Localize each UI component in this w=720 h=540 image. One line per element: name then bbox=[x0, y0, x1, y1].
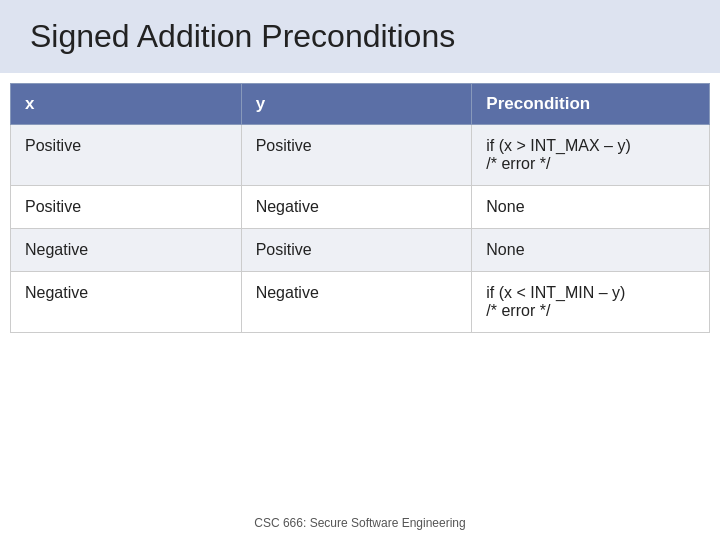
table-cell: None bbox=[472, 229, 710, 272]
col-header-x: x bbox=[11, 84, 242, 125]
table-row: NegativePositiveNone bbox=[11, 229, 710, 272]
title-area: Signed Addition Preconditions bbox=[0, 0, 720, 73]
page-title: Signed Addition Preconditions bbox=[30, 18, 455, 54]
table-cell: Negative bbox=[11, 272, 242, 333]
footer-text: CSC 666: Secure Software Engineering bbox=[254, 516, 465, 530]
table-cell: if (x > INT_MAX – y)/* error */ bbox=[472, 125, 710, 186]
preconditions-table: x y Precondition PositivePositiveif (x >… bbox=[10, 83, 710, 333]
table-cell: Positive bbox=[11, 125, 242, 186]
col-header-precondition: Precondition bbox=[472, 84, 710, 125]
table-container: x y Precondition PositivePositiveif (x >… bbox=[0, 73, 720, 502]
table-cell: if (x < INT_MIN – y)/* error */ bbox=[472, 272, 710, 333]
table-row: PositiveNegativeNone bbox=[11, 186, 710, 229]
footer: CSC 666: Secure Software Engineering bbox=[0, 502, 720, 540]
page-container: Signed Addition Preconditions x y Precon… bbox=[0, 0, 720, 540]
table-cell: Positive bbox=[241, 125, 472, 186]
table-cell: Positive bbox=[241, 229, 472, 272]
table-cell: Positive bbox=[11, 186, 242, 229]
table-cell: Negative bbox=[241, 272, 472, 333]
table-cell: None bbox=[472, 186, 710, 229]
table-cell: Negative bbox=[241, 186, 472, 229]
table-cell: Negative bbox=[11, 229, 242, 272]
table-header-row: x y Precondition bbox=[11, 84, 710, 125]
table-row: PositivePositiveif (x > INT_MAX – y)/* e… bbox=[11, 125, 710, 186]
table-row: NegativeNegativeif (x < INT_MIN – y)/* e… bbox=[11, 272, 710, 333]
col-header-y: y bbox=[241, 84, 472, 125]
